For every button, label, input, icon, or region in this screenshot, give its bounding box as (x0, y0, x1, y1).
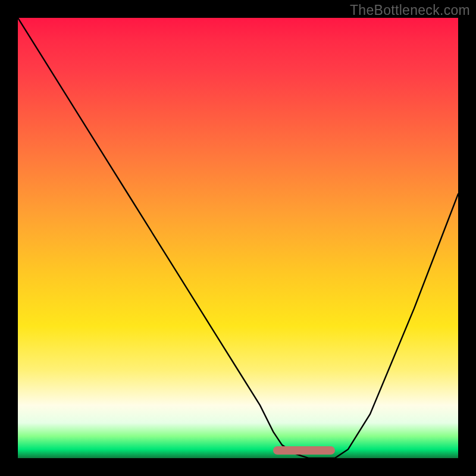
plot-area (18, 18, 458, 458)
optimum-marker (273, 446, 335, 455)
chart-frame: TheBottleneck.com (0, 0, 476, 476)
bottleneck-curve (18, 18, 458, 458)
curve-svg (18, 18, 458, 458)
watermark-text: TheBottleneck.com (350, 2, 470, 18)
